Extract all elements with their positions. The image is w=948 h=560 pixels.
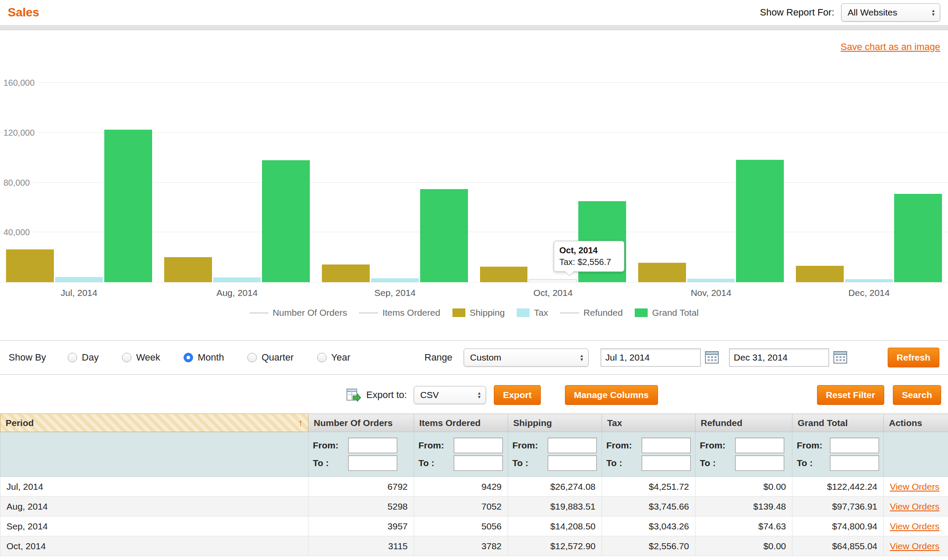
x-axis-label: Sep, 2014 xyxy=(316,288,474,298)
filter-grand_total-to-input[interactable] xyxy=(830,455,879,471)
bar-tax[interactable] xyxy=(687,279,735,282)
bar-shipping[interactable] xyxy=(6,249,54,282)
bar-shipping[interactable] xyxy=(480,267,527,282)
chart-legend: Number Of OrdersItems OrderedShippingTax… xyxy=(0,303,948,322)
cell-orders: 5298 xyxy=(309,497,414,516)
export-format-selector[interactable]: CSV ▲▼ xyxy=(414,386,486,404)
radio-month-icon[interactable] xyxy=(184,353,193,362)
table-row: Aug, 201452987052$19,883.51$3,745.66$139… xyxy=(0,497,948,516)
filter-to-label: To : xyxy=(418,458,450,468)
view-orders-link[interactable]: View Orders xyxy=(890,521,939,531)
filter-line: To : xyxy=(700,455,788,471)
manage-columns-button[interactable]: Manage Columns xyxy=(565,385,658,405)
column-label: Refunded xyxy=(701,418,742,428)
column-header-tax[interactable]: Tax xyxy=(602,414,695,432)
filter-items-to-input[interactable] xyxy=(454,455,503,471)
view-orders-link[interactable]: View Orders xyxy=(890,482,939,492)
cell-items: 7052 xyxy=(414,497,508,516)
legend-label: Shipping xyxy=(470,308,505,318)
filter-grand_total-from-input[interactable] xyxy=(830,438,879,453)
bar-shipping[interactable] xyxy=(164,257,212,282)
filter-to-label: To : xyxy=(606,458,638,468)
bar-grand-total[interactable] xyxy=(736,160,784,282)
view-orders-link[interactable]: View Orders xyxy=(890,541,939,551)
show-by-day[interactable]: Day xyxy=(68,352,99,363)
bar-shipping[interactable] xyxy=(322,264,370,282)
filter-shipping-from-input[interactable] xyxy=(548,438,597,453)
bar-grand-total[interactable] xyxy=(262,160,310,282)
save-chart-link[interactable]: Save chart as an image xyxy=(841,41,940,53)
show-by-year[interactable]: Year xyxy=(317,352,350,363)
column-header-grand_total[interactable]: Grand Total xyxy=(792,414,884,432)
show-by-week[interactable]: Week xyxy=(122,352,160,363)
export-format-value: CSV xyxy=(420,390,439,400)
radio-label: Quarter xyxy=(262,352,294,363)
column-header-items[interactable]: Items Ordered xyxy=(414,414,508,432)
show-by-quarter[interactable]: Quarter xyxy=(247,352,294,363)
column-header-shipping[interactable]: Shipping xyxy=(508,414,602,432)
y-axis-label: 80,000 xyxy=(3,177,33,187)
to-date-input[interactable] xyxy=(729,348,829,367)
bar-grand-total[interactable] xyxy=(104,130,152,282)
filter-items-from-input[interactable] xyxy=(454,438,503,453)
bar-tax[interactable] xyxy=(845,279,893,282)
filter-tax-from-input[interactable] xyxy=(642,438,691,453)
show-by-month[interactable]: Month xyxy=(184,352,224,363)
filter-cell-items: From:To : xyxy=(414,432,508,477)
sales-chart: Oct, 2014 Tax: $2,556.7 40,00080,000120,… xyxy=(0,83,948,322)
radio-day-icon[interactable] xyxy=(68,353,77,362)
cell-orders: 3115 xyxy=(309,536,414,556)
website-selector[interactable]: All Websites ▲▼ xyxy=(841,3,940,22)
bar-grand-total[interactable] xyxy=(420,189,468,282)
view-orders-link[interactable]: View Orders xyxy=(890,501,939,511)
refresh-button[interactable]: Refresh xyxy=(888,348,939,367)
column-header-refunded[interactable]: Refunded xyxy=(695,414,792,432)
to-date-calendar-button[interactable] xyxy=(833,350,849,365)
column-header-period[interactable]: Period↑ xyxy=(0,414,309,432)
filter-from-label: From: xyxy=(797,440,826,451)
bar-shipping[interactable] xyxy=(638,263,686,282)
legend-label: Grand Total xyxy=(652,308,699,318)
column-header-wrap: Shipping xyxy=(513,418,596,428)
column-header-orders[interactable]: Number Of Orders xyxy=(309,414,414,432)
column-label: Number Of Orders xyxy=(314,418,393,428)
select-arrows-icon: ▲▼ xyxy=(931,9,936,16)
cell-items: 5056 xyxy=(414,516,508,536)
cell-grand_total: $64,855.04 xyxy=(792,536,884,556)
bar-tax[interactable] xyxy=(371,278,419,282)
bar-tax[interactable] xyxy=(529,279,577,282)
bar-grand-total[interactable] xyxy=(894,194,942,282)
cell-period: Aug, 2014 xyxy=(0,497,309,516)
filter-to-label: To : xyxy=(313,458,345,468)
legend-item: Refunded xyxy=(560,308,623,318)
from-date-calendar-button[interactable] xyxy=(704,350,720,365)
select-arrows-icon: ▲▼ xyxy=(580,354,584,361)
filter-refunded-to-input[interactable] xyxy=(735,455,784,471)
legend-label: Tax xyxy=(534,308,548,318)
export-button[interactable]: Export xyxy=(494,385,541,405)
column-header-actions[interactable]: Actions xyxy=(884,414,948,432)
reset-filter-button[interactable]: Reset Filter xyxy=(817,385,884,405)
filter-tax-to-input[interactable] xyxy=(642,455,691,471)
search-button[interactable]: Search xyxy=(893,385,941,405)
filter-cell-actions xyxy=(884,432,948,477)
filter-orders-from-input[interactable] xyxy=(348,438,397,453)
from-date-input[interactable] xyxy=(601,348,701,367)
filter-orders-to-input[interactable] xyxy=(348,455,397,471)
radio-year-icon[interactable] xyxy=(317,353,327,362)
range-selector[interactable]: Custom ▲▼ xyxy=(464,348,589,367)
filter-shipping-to-input[interactable] xyxy=(548,455,597,471)
top-bar: Sales Show Report For: All Websites ▲▼ xyxy=(0,0,948,25)
radio-week-icon[interactable] xyxy=(122,353,131,362)
filter-line: From: xyxy=(512,438,597,453)
chart-month-group xyxy=(158,83,316,282)
radio-quarter-icon[interactable] xyxy=(247,353,257,362)
filter-refunded-from-input[interactable] xyxy=(735,438,784,453)
bar-tax[interactable] xyxy=(55,277,103,282)
radio-label: Week xyxy=(136,352,160,363)
range-label: Range xyxy=(424,352,452,363)
bar-tax[interactable] xyxy=(213,277,261,282)
sales-report-table: Period↑Number Of OrdersItems OrderedShip… xyxy=(0,414,948,556)
column-label: Shipping xyxy=(513,418,552,428)
bar-shipping[interactable] xyxy=(796,266,844,282)
